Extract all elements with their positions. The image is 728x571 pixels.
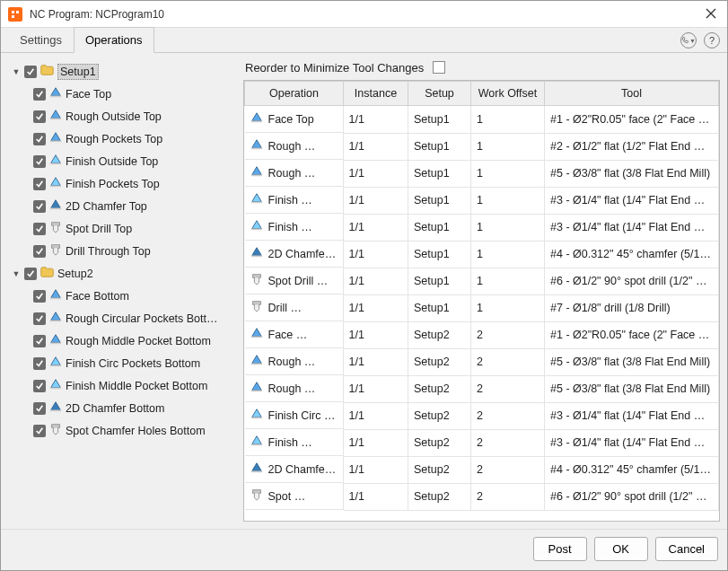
tree-operation[interactable]: Rough Circular Pockets Bott… — [8, 307, 236, 329]
tree-operation[interactable]: Rough Outside Top — [8, 105, 236, 127]
finish-op-icon — [49, 356, 62, 371]
table-row[interactable]: Finish Circ …1/1Setup22#3 - Ø1/4" flat (… — [245, 402, 719, 429]
tab-settings[interactable]: Settings — [8, 27, 74, 52]
checkbox-icon[interactable] — [33, 290, 46, 303]
checkbox-icon[interactable] — [24, 268, 37, 280]
twisty-icon[interactable]: ▼ — [12, 269, 21, 278]
rough-op-icon — [49, 333, 62, 348]
window-title: NC Program: NCProgram10 — [30, 8, 164, 21]
checkbox-icon[interactable] — [33, 425, 46, 437]
phone-dropdown-icon[interactable]: ▼ — [680, 32, 697, 48]
checkbox-icon[interactable] — [33, 88, 46, 101]
checkbox-icon[interactable] — [33, 133, 46, 145]
checkbox-icon[interactable] — [33, 357, 46, 370]
col-tool[interactable]: Tool — [545, 82, 719, 106]
cell-tool: #5 - Ø3/8" flat (3/8 Flat End Mill) — [545, 348, 719, 375]
drill-op-icon — [49, 423, 62, 438]
reorder-checkbox[interactable] — [433, 61, 445, 74]
checkbox-icon[interactable] — [24, 66, 37, 78]
tree-operation[interactable]: Spot Drill Top — [8, 217, 236, 240]
table-row[interactable]: Rough …1/1Setup22#5 - Ø3/8" flat (3/8 Fl… — [245, 375, 719, 402]
checkbox-icon[interactable] — [33, 110, 46, 123]
tree-operation[interactable]: Finish Middle Pocket Bottom — [8, 374, 236, 397]
checkbox-icon[interactable] — [33, 380, 46, 392]
svg-rect-4 — [50, 186, 61, 188]
cell-instance: 1/1 — [344, 214, 408, 241]
checkbox-icon[interactable] — [33, 335, 46, 347]
svg-rect-9 — [50, 321, 61, 322]
checkbox-icon[interactable] — [33, 155, 46, 168]
post-button[interactable]: Post — [533, 537, 587, 561]
cell-workoffset: 2 — [471, 483, 545, 510]
table-row[interactable]: Finish …1/1Setup22#3 - Ø1/4" flat (1/4" … — [245, 429, 719, 456]
tree-operation[interactable]: Face Bottom — [8, 285, 236, 307]
checkbox-icon[interactable] — [33, 178, 46, 190]
tab-operations[interactable]: Operations — [74, 27, 154, 53]
svg-rect-19 — [250, 229, 261, 231]
table-row[interactable]: Spot …1/1Setup22#6 - Ø1/2" 90° spot dril… — [245, 483, 719, 510]
tree-operation[interactable]: Finish Outside Top — [8, 150, 236, 172]
tree-setup[interactable]: ▼Setup1 — [8, 60, 236, 83]
operations-table: Operation Instance Setup Work Offset Too… — [243, 80, 720, 522]
checkbox-icon[interactable] — [33, 245, 46, 258]
tree-operation[interactable]: Finish Pockets Top — [8, 172, 236, 195]
tree-operation[interactable]: Finish Circ Pockets Bottom — [8, 352, 236, 374]
table-row[interactable]: Rough …1/1Setup11#2 - Ø1/2" flat (1/2" F… — [245, 133, 719, 160]
checkbox-icon[interactable] — [33, 312, 46, 325]
tree-operation[interactable]: 2D Chamfer Top — [8, 195, 236, 217]
operation-label: Face Bottom — [66, 290, 129, 303]
reorder-row: Reorder to Minimize Tool Changes — [243, 60, 720, 80]
help-icon[interactable]: ? — [704, 32, 720, 48]
col-setup[interactable]: Setup — [408, 82, 471, 106]
table-row[interactable]: Finish …1/1Setup11#3 - Ø1/4" flat (1/4" … — [245, 214, 719, 241]
cell-setup: Setup1 — [408, 133, 471, 160]
table-row[interactable]: Drill …1/1Setup11#7 - Ø1/8" drill (1/8 D… — [245, 294, 719, 321]
checkbox-icon[interactable] — [33, 402, 46, 415]
tree-operation[interactable]: Face Top — [8, 83, 236, 105]
table-row[interactable]: 2D Chamfe…1/1Setup22#4 - Ø0.312" 45° cha… — [245, 456, 719, 483]
table-row[interactable]: Finish …1/1Setup11#3 - Ø1/4" flat (1/4" … — [245, 187, 719, 214]
table-row[interactable]: Face …1/1Setup22#1 - Ø2"R0.05" face (2" … — [245, 321, 719, 348]
col-operation[interactable]: Operation — [245, 82, 344, 106]
table-row[interactable]: Face Top1/1Setup11#1 - Ø2"R0.05" face (2… — [245, 106, 719, 134]
tree-operation[interactable]: Drill Through Top — [8, 240, 236, 262]
table-row[interactable]: Rough …1/1Setup11#5 - Ø3/8" flat (3/8 Fl… — [245, 160, 719, 187]
twisty-icon[interactable]: ▼ — [12, 67, 21, 76]
chamfer-op-icon — [250, 461, 263, 477]
svg-rect-16 — [250, 148, 261, 150]
finish-op-icon — [250, 408, 263, 423]
checkbox-icon[interactable] — [33, 223, 46, 235]
cancel-button[interactable]: Cancel — [655, 537, 718, 561]
operation-label: Rough Circular Pockets Bott… — [66, 312, 218, 325]
cell-setup: Setup1 — [408, 106, 471, 134]
tree-operation[interactable]: Spot Chamfer Holes Bottom — [8, 419, 236, 442]
cell-tool: #1 - Ø2"R0.05" face (2" Face Mill) — [545, 106, 719, 134]
col-instance[interactable]: Instance — [344, 82, 408, 106]
close-icon[interactable] — [702, 3, 720, 26]
cell-operation: Drill … — [268, 302, 303, 314]
operations-tree[interactable]: ▼Setup1Face TopRough Outside TopRough Po… — [8, 60, 236, 522]
rough-op-icon — [49, 131, 62, 146]
cell-tool: #4 - Ø0.312" 45° chamfer (5/16 x … — [545, 456, 719, 483]
cell-tool: #3 - Ø1/4" flat (1/4" Flat End Mill) — [545, 214, 719, 241]
table-row[interactable]: Spot Drill …1/1Setup11#6 - Ø1/2" 90° spo… — [245, 268, 719, 294]
cell-setup: Setup2 — [408, 429, 471, 456]
face-op-icon — [49, 86, 62, 101]
tree-operation[interactable]: Rough Pockets Top — [8, 127, 236, 150]
svg-rect-27 — [250, 444, 261, 446]
svg-rect-18 — [250, 202, 261, 204]
cell-instance: 1/1 — [344, 268, 408, 294]
cell-workoffset: 2 — [471, 456, 545, 483]
cell-instance: 1/1 — [344, 321, 408, 348]
tree-operation[interactable]: Rough Middle Pocket Bottom — [8, 329, 236, 352]
svg-rect-29 — [252, 490, 260, 494]
tree-setup[interactable]: ▼Setup2 — [8, 262, 236, 285]
ok-button[interactable]: OK — [594, 537, 648, 561]
checkbox-icon[interactable] — [33, 200, 46, 213]
tree-operation[interactable]: 2D Chamfer Bottom — [8, 397, 236, 419]
table-row[interactable]: 2D Chamfe…1/1Setup11#4 - Ø0.312" 45° cha… — [245, 241, 719, 268]
operation-label: Spot Drill Top — [66, 223, 132, 235]
table-row[interactable]: Rough …1/1Setup22#5 - Ø3/8" flat (3/8 Fl… — [245, 348, 719, 375]
svg-rect-13 — [50, 410, 61, 412]
col-workoffset[interactable]: Work Offset — [471, 82, 545, 106]
